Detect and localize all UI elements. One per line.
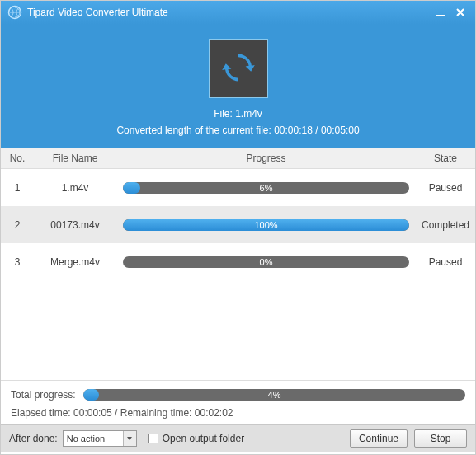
row-state: Paused	[416, 182, 475, 194]
stop-button[interactable]: Stop	[414, 429, 467, 448]
after-done-select[interactable]: No action	[63, 430, 137, 447]
table-header: No. File Name Progress State	[1, 148, 475, 169]
table-body: 1 1.m4v 6% Paused 2 00173.m4v 100% Compl…	[1, 169, 475, 380]
current-file-label: File: 1.m4v	[1, 108, 475, 120]
convert-icon-box	[209, 39, 268, 98]
app-logo-icon	[7, 5, 22, 20]
open-output-checkbox[interactable]	[148, 434, 158, 443]
progress-bar: 100%	[123, 219, 409, 231]
row-progress: 6%	[116, 182, 416, 194]
total-progress-label: Total progress:	[11, 389, 83, 401]
svg-rect-1	[436, 15, 445, 16]
window-title: Tipard Video Converter Ultimate	[27, 7, 429, 18]
table-row[interactable]: 1 1.m4v 6% Paused	[1, 169, 475, 206]
row-state: Completed	[416, 219, 475, 231]
row-state: Paused	[416, 256, 475, 268]
after-done-value: No action	[67, 434, 105, 443]
row-no: 3	[1, 256, 34, 268]
refresh-icon	[220, 49, 257, 88]
row-filename: 00173.m4v	[34, 219, 116, 231]
progress-label: 0%	[123, 256, 409, 268]
converted-length-label: Converted length of the current file: 00…	[1, 124, 475, 136]
conversion-header: File: 1.m4v Converted length of the curr…	[1, 24, 475, 148]
footer: After done: No action Open output folder…	[1, 424, 475, 452]
total-progress-bar: 4%	[83, 389, 465, 401]
table-row[interactable]: 2 00173.m4v 100% Completed	[1, 206, 475, 243]
total-progress-row: Total progress: 4%	[11, 389, 465, 401]
close-button[interactable]	[452, 4, 469, 21]
row-progress: 0%	[116, 256, 416, 268]
table-row[interactable]: 3 Merge.m4v 0% Paused	[1, 243, 475, 280]
col-filename: File Name	[34, 152, 116, 164]
total-section: Total progress: 4% Elapsed time: 00:00:0…	[1, 380, 475, 424]
row-filename: 1.m4v	[34, 182, 116, 194]
file-table: No. File Name Progress State 1 1.m4v 6% …	[1, 148, 475, 380]
total-progress-value: 4%	[83, 389, 465, 401]
titlebar: Tipard Video Converter Ultimate	[1, 1, 475, 24]
progress-label: 6%	[123, 182, 409, 194]
col-progress: Progress	[116, 152, 416, 164]
chevron-down-icon	[123, 431, 136, 446]
row-progress: 100%	[116, 219, 416, 231]
continue-button[interactable]: Continue	[350, 429, 408, 448]
row-no: 1	[1, 182, 34, 194]
col-state: State	[416, 152, 475, 164]
progress-bar: 0%	[123, 256, 409, 268]
row-no: 2	[1, 219, 34, 231]
row-filename: Merge.m4v	[34, 256, 116, 268]
progress-label: 100%	[123, 219, 409, 231]
progress-bar: 6%	[123, 182, 409, 194]
col-no: No.	[1, 152, 34, 164]
after-done-label: After done:	[9, 433, 58, 444]
elapsed-remaining-label: Elapsed time: 00:00:05 / Remaining time:…	[11, 407, 465, 419]
open-output-label: Open output folder	[163, 433, 244, 444]
minimize-button[interactable]	[432, 4, 449, 21]
